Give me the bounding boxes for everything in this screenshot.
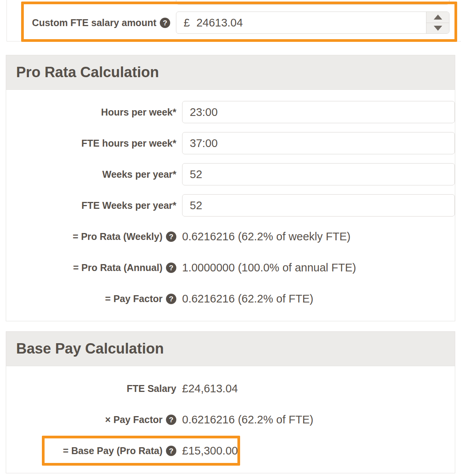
- custom-fte-salary-input[interactable]: [190, 12, 426, 33]
- weeks-per-year-label: Weeks per year*: [102, 169, 176, 180]
- base-pay-panel-header: Base Pay Calculation: [6, 332, 455, 366]
- fte-salary-value: £24,613.04: [182, 382, 238, 395]
- fte-hours-per-week-input[interactable]: [182, 132, 455, 154]
- pro-rata-calculation-panel: Pro Rata Calculation Hours per week* FTE…: [6, 55, 455, 321]
- base-pay-pro-rata-row: = Base Pay (Pro Rata) ? £15,300.00: [6, 440, 455, 462]
- fte-weeks-per-year-label: FTE Weeks per year*: [81, 200, 176, 211]
- pro-rata-annual-row: = Pro Rata (Annual) ? 1.0000000 (100.0% …: [6, 256, 455, 279]
- help-icon[interactable]: ?: [166, 263, 176, 273]
- pro-rata-weekly-row: = Pro Rata (Weekly) ? 0.6216216 (62.2% o…: [6, 225, 455, 248]
- base-pay-factor-value: 0.6216216 (62.2% of FTE): [182, 413, 313, 426]
- custom-fte-salary-label: Custom FTE salary amount: [32, 17, 156, 28]
- base-pay-pro-rata-value: £15,300.00: [182, 445, 238, 457]
- pay-factor-label: = Pay Factor: [105, 293, 163, 304]
- spinner-down-button[interactable]: [426, 23, 449, 34]
- help-icon[interactable]: ?: [160, 18, 170, 28]
- base-pay-pro-rata-label: = Base Pay (Pro Rata): [63, 445, 163, 456]
- fte-hours-per-week-row: FTE hours per week*: [6, 132, 455, 154]
- help-icon[interactable]: ?: [166, 294, 176, 304]
- pay-factor-value: 0.6216216 (62.2% of FTE): [182, 293, 313, 305]
- pro-rata-annual-label: = Pro Rata (Annual): [73, 262, 163, 273]
- fte-salary-row: FTE Salary £24,613.04: [6, 377, 455, 400]
- pro-rata-annual-value: 1.0000000 (100.0% of annual FTE): [182, 261, 356, 274]
- fte-hours-per-week-label: FTE hours per week*: [81, 138, 176, 149]
- base-pay-factor-row: × Pay Factor ? 0.6216216 (62.2% of FTE): [6, 408, 455, 431]
- fte-weeks-per-year-input[interactable]: [182, 194, 455, 217]
- up-arrow-icon: [434, 15, 442, 20]
- hours-per-week-input[interactable]: [182, 101, 455, 123]
- custom-fte-salary-input-group: £: [176, 12, 449, 34]
- down-arrow-icon: [434, 26, 442, 31]
- fte-salary-label: FTE Salary: [127, 383, 176, 394]
- spinner-up-button[interactable]: [426, 12, 449, 23]
- base-pay-factor-label: × Pay Factor: [105, 414, 163, 425]
- pro-rata-weekly-label: = Pro Rata (Weekly): [73, 231, 163, 242]
- help-icon[interactable]: ?: [166, 231, 176, 242]
- base-pay-calculation-panel: Base Pay Calculation FTE Salary £24,613.…: [6, 331, 455, 473]
- custom-fte-salary-row: Custom FTE salary amount ? £: [0, 0, 461, 49]
- hours-per-week-label: Hours per week*: [101, 107, 176, 118]
- help-icon[interactable]: ?: [166, 415, 176, 425]
- weeks-per-year-row: Weeks per year*: [6, 163, 455, 185]
- pro-rata-panel-title: Pro Rata Calculation: [16, 64, 159, 81]
- help-icon[interactable]: ?: [166, 446, 176, 456]
- hours-per-week-row: Hours per week*: [6, 101, 455, 123]
- pro-rata-panel-header: Pro Rata Calculation: [6, 55, 455, 90]
- weeks-per-year-input[interactable]: [182, 163, 455, 185]
- pay-factor-row: = Pay Factor ? 0.6216216 (62.2% of FTE): [6, 288, 455, 310]
- pro-rata-weekly-value: 0.6216216 (62.2% of weekly FTE): [182, 230, 350, 243]
- number-spinner: [426, 12, 449, 33]
- base-pay-panel-title: Base Pay Calculation: [16, 340, 164, 357]
- fte-weeks-per-year-row: FTE Weeks per year*: [6, 194, 455, 217]
- currency-symbol: £: [176, 12, 190, 33]
